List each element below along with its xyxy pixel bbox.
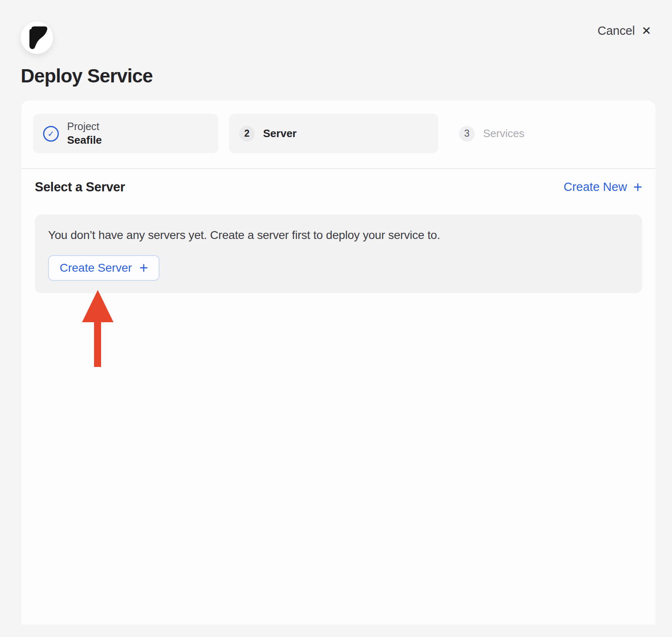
create-new-link[interactable]: Create New + xyxy=(563,180,642,194)
wizard-stepper: ✓ Project Seafile 2 Server 3 Services xyxy=(22,101,655,169)
step-server-number: 2 xyxy=(239,126,255,142)
step-project[interactable]: ✓ Project Seafile xyxy=(33,114,218,153)
step-services-number: 3 xyxy=(459,126,475,142)
top-header: Cancel ✕ xyxy=(0,0,672,54)
step-services-label: Services xyxy=(483,127,525,140)
server-step-content: Select a Server Create New + You don’t h… xyxy=(22,180,655,293)
page-title: Deploy Service xyxy=(21,65,672,87)
create-new-label: Create New xyxy=(563,180,627,194)
select-server-heading: Select a Server xyxy=(35,180,125,195)
no-servers-panel: You don’t have any servers yet. Create a… xyxy=(35,215,642,293)
brand-logo xyxy=(21,22,53,54)
cancel-label: Cancel xyxy=(597,24,635,38)
create-server-label: Create Server xyxy=(60,261,132,275)
close-icon[interactable]: ✕ xyxy=(642,25,651,37)
cancel-button[interactable]: Cancel ✕ xyxy=(597,24,651,38)
server-heading-row: Select a Server Create New + xyxy=(35,180,642,195)
step-project-value: Seafile xyxy=(67,133,102,147)
plus-icon: + xyxy=(139,261,148,275)
plus-icon: + xyxy=(633,180,642,194)
no-servers-message: You don’t have any servers yet. Create a… xyxy=(48,229,629,242)
create-server-button[interactable]: Create Server + xyxy=(48,255,160,281)
step-server[interactable]: 2 Server xyxy=(229,114,438,153)
brand-logo-icon xyxy=(21,22,53,54)
deploy-service-page: { "header": { "title": "Deploy Service",… xyxy=(0,0,672,637)
step-project-label: Project xyxy=(67,120,102,133)
deploy-wizard-card: ✓ Project Seafile 2 Server 3 Services Se… xyxy=(22,101,655,625)
step-server-label: Server xyxy=(263,127,297,140)
step-services: 3 Services xyxy=(449,114,644,153)
check-circle-icon: ✓ xyxy=(43,126,59,142)
step-project-labels: Project Seafile xyxy=(67,120,102,147)
